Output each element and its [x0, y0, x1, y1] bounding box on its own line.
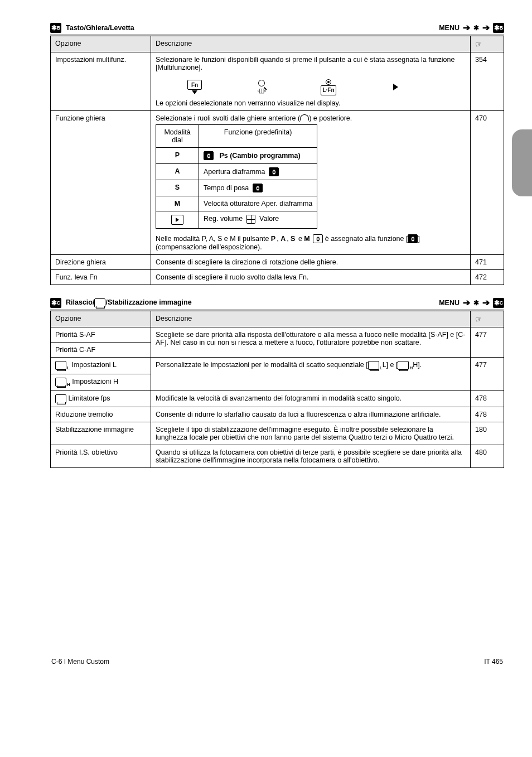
- gear-icon: ✱: [473, 24, 479, 32]
- ref-page: 477: [471, 358, 504, 391]
- opt-desc: Consente di scegliere la direzione di ro…: [151, 255, 471, 270]
- opt-desc: Consente di ridurre lo sfarfallio causat…: [151, 407, 471, 422]
- section-c-title: Rilascio//Stabilizzazione immagine: [66, 298, 192, 307]
- col-desc: Descrizione: [151, 311, 471, 327]
- opt-desc: Consente di scegliere il ruolo svolto da…: [151, 270, 471, 285]
- ev-icon: ⧮: [253, 184, 263, 192]
- opt-label: Stabilizzazione immagine: [51, 422, 151, 445]
- opt-label: L Impostazioni L H Impostazioni H: [51, 358, 151, 391]
- ref-page: 478: [471, 390, 504, 407]
- drive-icon: [55, 394, 66, 403]
- table-row: Priorità I.S. obiettivo Quando si utiliz…: [51, 445, 504, 467]
- opt-label: Funz. leva Fn: [51, 270, 151, 285]
- footer-right: IT 465: [484, 658, 503, 666]
- section-c-head: ✱C Rilascio//Stabilizzazione immagine ME…: [50, 297, 504, 311]
- ref-page: 470: [471, 111, 504, 255]
- ref-page: 471: [471, 255, 504, 270]
- arrow-icon: ➔: [463, 22, 470, 33]
- dial-icon: [300, 114, 309, 120]
- opt-desc: Scegliete il tipo di stabilizzazione del…: [151, 422, 471, 445]
- table-b: Opzione Descrizione ☞ Impostazioni multi…: [50, 36, 504, 285]
- fn-box-icon: Fn: [187, 80, 202, 90]
- col-ref: ☞: [471, 36, 504, 52]
- col-ref: ☞: [471, 311, 504, 327]
- table-row: Direzione ghiera Consente di scegliere l…: [51, 255, 504, 270]
- tri-down-icon: [192, 90, 197, 94]
- ref-page: 480: [471, 445, 504, 467]
- opt-label: Direzione ghiera: [51, 255, 151, 270]
- ev-icon: ⧮: [269, 167, 279, 176]
- hand-icon: ☞: [475, 39, 483, 49]
- opt-label: Limitatore fps: [51, 390, 151, 407]
- nav-menu-label: MENU: [439, 299, 460, 307]
- play-icon: [393, 84, 398, 90]
- rec-icon: [326, 79, 331, 85]
- ev-icon: ⧮: [204, 151, 214, 160]
- drive-icon: [94, 298, 105, 307]
- table-row: Funzione ghiera Selezionate i ruoli svol…: [51, 111, 504, 255]
- drive-l-icon: [368, 361, 379, 370]
- badge-c-icon: ✱C: [50, 298, 61, 308]
- opt-desc: Modificate la velocità di avanzamento de…: [151, 390, 471, 407]
- table-row: Riduzione tremolio Consente di ridurre l…: [51, 407, 504, 422]
- side-tab: [512, 129, 532, 196]
- table-row: Impostazioni multifunz. Selezionare le f…: [51, 52, 504, 111]
- lfn-box-icon: L·Fn: [321, 85, 336, 95]
- nav-menu-label: MENU: [439, 24, 460, 32]
- footer-left: C-6 I Menu Custom: [51, 658, 109, 666]
- opt-label: Funzione ghiera: [51, 111, 151, 255]
- badge-c-icon: ✱C: [493, 298, 504, 308]
- drive-l-icon: [55, 361, 66, 370]
- ref-page: 478: [471, 407, 504, 422]
- opt-label: Priorità S-AF Priorità C-AF: [51, 327, 151, 358]
- grid-icon: [246, 215, 255, 224]
- badge-b-icon: ✱B: [493, 23, 504, 33]
- opt-label: Priorità I.S. obiettivo: [51, 445, 151, 467]
- opt-label: Impostazioni multifunz.: [51, 52, 151, 111]
- col-option: Opzione: [51, 36, 151, 52]
- ev-icon: ⧮: [408, 234, 418, 243]
- arrow-icon: ➔: [482, 297, 490, 308]
- page-footer: C-6 I Menu Custom IT 465: [50, 658, 504, 666]
- arrow-icon: ➔: [463, 297, 470, 308]
- dial-inner-table: Modalità dialFunzione (predefinita) P⧮ P…: [156, 124, 317, 229]
- table-row: Funz. leva Fn Consente di scegliere il r…: [51, 270, 504, 285]
- table-row: Priorità S-AF Priorità C-AF Scegliete se…: [51, 327, 504, 358]
- opt-label: Riduzione tremolio: [51, 407, 151, 422]
- ev-outline-icon: ⧮: [313, 234, 323, 243]
- opt-desc: Scegliete se dare priorità alla risposta…: [151, 327, 471, 358]
- drive-h-icon: [55, 378, 66, 387]
- opt-desc: Selezionate i ruoli svolti dalle ghiere …: [151, 111, 471, 255]
- table-row: Limitatore fps Modificate la velocità di…: [51, 390, 504, 407]
- table-row: L Impostazioni L H Impostazioni H Person…: [51, 358, 504, 391]
- ref-page: 472: [471, 270, 504, 285]
- drive-h-icon: [398, 361, 409, 370]
- table-c: Opzione Descrizione ☞ Priorità S-AF Prio…: [50, 311, 504, 468]
- ref-page: 180: [471, 422, 504, 445]
- badge-b-icon: ✱B: [50, 23, 61, 33]
- arrow-icon: ➔: [482, 22, 490, 33]
- ref-page: 477: [471, 327, 504, 358]
- table-row: Stabilizzazione immagine Scegliete il ti…: [51, 422, 504, 445]
- gear-icon: ✱: [473, 299, 479, 307]
- magnify-icon: [258, 80, 265, 86]
- ref-page: 354: [471, 52, 504, 111]
- col-desc: Descrizione: [151, 36, 471, 52]
- col-option: Opzione: [51, 311, 151, 327]
- opt-desc: Personalizzate le impostazioni per le mo…: [151, 358, 471, 391]
- section-b-title: Tasto/Ghiera/Levetta: [66, 24, 134, 32]
- opt-desc: Quando si utilizza la fotocamera con obi…: [151, 445, 471, 467]
- opt-desc: Selezionare le funzioni disponibili quan…: [151, 52, 471, 111]
- section-b-head: ✱B Tasto/Ghiera/Levetta MENU ➔ ✱ ➔ ✱B: [50, 22, 504, 36]
- playback-mode-icon: [171, 215, 183, 225]
- hand-icon: ☞: [475, 314, 483, 324]
